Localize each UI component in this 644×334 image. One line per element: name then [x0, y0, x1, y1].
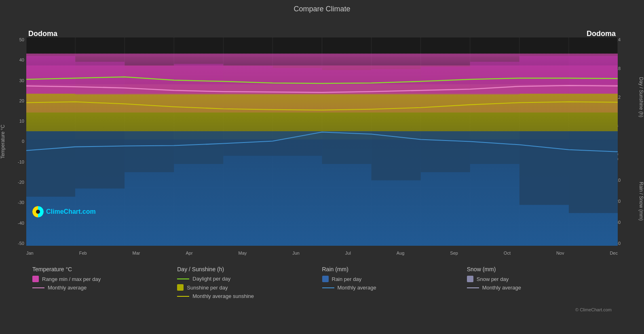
svg-rect-45	[75, 131, 125, 188]
right-axis-bottom-label: Rain / Snow (mm)	[638, 157, 644, 246]
svg-rect-50	[322, 131, 372, 164]
legend-group-sunshine: Day / Sunshine (h) Daylight per day Suns…	[177, 266, 322, 302]
location-label-left: Dodoma	[28, 30, 57, 38]
svg-rect-36	[223, 66, 272, 95]
svg-rect-44	[26, 131, 75, 197]
chart-container	[26, 37, 618, 246]
legend-area: Temperature °C Range min / max per day M…	[0, 258, 644, 306]
right-axis-top: 24 18 12 6 0	[616, 37, 632, 157]
svg-rect-49	[272, 131, 322, 156]
location-label-right: Dodoma	[587, 30, 616, 38]
chart-svg	[26, 37, 618, 246]
legend-swatch-temp-range	[32, 276, 39, 282]
legend-line-temp-monthly	[32, 287, 44, 288]
svg-rect-54	[519, 131, 569, 205]
legend-line-snow-monthly	[467, 287, 479, 288]
left-axis: 50 40 30 20 10 0 -10 -20 -30 -40 -50	[4, 37, 24, 246]
legend-line-sunshine-monthly	[177, 296, 189, 297]
legend-swatch-sunshine	[177, 284, 184, 291]
svg-rect-35	[174, 64, 223, 95]
left-axis-label: Temperature °C	[0, 37, 6, 246]
svg-rect-38	[322, 70, 372, 95]
legend-line-daylight	[177, 279, 189, 279]
month-labels: Jan Feb Mar Apr May Jun Jul Aug Sep Oct …	[26, 251, 618, 255]
legend-group-temperature: Temperature °C Range min / max per day M…	[32, 266, 177, 302]
svg-rect-53	[470, 131, 519, 164]
svg-rect-52	[421, 131, 470, 172]
svg-rect-47	[174, 131, 223, 164]
right-axis-top-label: Day / Sunshine (h)	[638, 37, 644, 157]
legend-swatch-snow	[467, 276, 473, 282]
svg-point-57	[36, 210, 40, 214]
svg-rect-55	[569, 131, 618, 213]
page-title: Compare Climate	[0, 0, 644, 15]
svg-rect-30	[26, 94, 618, 131]
svg-rect-43	[569, 56, 618, 94]
svg-rect-32	[26, 56, 75, 94]
svg-rect-37	[272, 68, 322, 95]
right-axis-bottom: 0 10 20 30 40	[616, 157, 632, 246]
copyright: © ClimeChart.com	[0, 306, 644, 316]
legend-group-rain: Rain (mm) Rain per day Monthly average	[322, 266, 467, 302]
logo-text-bottom: ClimeChart.com	[46, 208, 96, 215]
legend-swatch-rain	[322, 276, 329, 282]
logo-bottom: ClimeChart.com	[32, 206, 96, 217]
legend-line-rain-monthly	[322, 287, 334, 288]
svg-rect-46	[125, 131, 174, 172]
legend-group-snow: Snow (mm) Snow per day Monthly average	[467, 266, 612, 302]
svg-rect-42	[519, 56, 569, 94]
